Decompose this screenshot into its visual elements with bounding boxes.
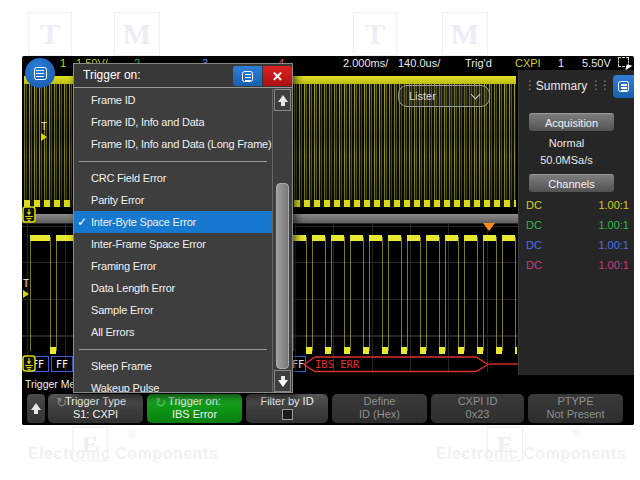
oscilloscope-screen: 1 1.50V/ 2 3 4 2.000ms/ 140.0us/ Trig'd … [22, 56, 634, 425]
softkey-trigger-on[interactable]: ↻ Trigger on:IBS Error [147, 394, 242, 423]
popup-menu-button[interactable] [233, 66, 262, 86]
channel-row-3: DC 1.00:1 [526, 239, 629, 253]
menu-item[interactable]: Sample Error [74, 299, 272, 321]
ch3-probe: 1.00:1 [598, 239, 629, 251]
menu-list-icon [618, 81, 629, 92]
lister-label: Lister [409, 90, 436, 102]
serial-trigger-icon-main [22, 206, 36, 223]
chevron-down-icon [471, 89, 481, 99]
menu-item[interactable]: Wakeup Pulse [74, 377, 272, 393]
ch3-coupling: DC [526, 239, 542, 251]
channel-row-1: DC 1.00:1 [526, 199, 629, 213]
watermark-tagline-left: Electronic Components [28, 445, 218, 463]
ch2-coupling: DC [526, 219, 542, 231]
trigger-level-marker-main[interactable]: T [41, 122, 47, 141]
softkey-define[interactable]: DefineID (Hex) [332, 394, 427, 423]
selection-cursor-icon [618, 57, 631, 69]
menu-item[interactable]: Frame ID, Info and Data (Long Frame) [74, 133, 272, 155]
scrollbar-thumb[interactable] [276, 183, 289, 369]
trigger-on-popup: Trigger on: ✕ Frame ID Frame ID, Info an… [73, 63, 293, 393]
decode-error-bracket: IBS ERR [303, 356, 490, 373]
trigger-source: 1 [558, 57, 564, 69]
watermark-tagline-right: Electronic Components [436, 445, 626, 463]
menu-item[interactable]: Frame ID [74, 89, 272, 111]
watermark-reg-2: ® [572, 428, 580, 440]
back-up-softkey[interactable] [27, 394, 45, 423]
filter-checkbox[interactable] [282, 409, 293, 420]
menu-item[interactable]: Parity Error [74, 189, 272, 211]
channels-button[interactable]: Channels [529, 174, 614, 192]
delay-value[interactable]: 140.0us/ [398, 57, 440, 69]
watermark-logo-t2: T [353, 12, 397, 56]
menu-items: Frame ID Frame ID, Info and Data Frame I… [74, 89, 272, 392]
timebase-value[interactable]: 2.000ms/ [343, 57, 388, 69]
summary-panel-title: Summary [519, 79, 604, 93]
zoom-pulses-right [293, 223, 517, 372]
trigger-status: Trig'd [465, 57, 492, 69]
ch4-probe: 1.00:1 [598, 259, 629, 271]
menu-item[interactable]: Sleep Frame [74, 355, 272, 377]
softkey-cxpi-id[interactable]: CXPI ID0x23 [431, 394, 524, 423]
channel-row-4: DC 1.00:1 [526, 259, 629, 273]
watermark-logo-t1: T [28, 12, 72, 56]
menu-item[interactable]: All Errors [74, 321, 272, 343]
menu-item-selected[interactable]: ✓Inter-Byte Space Error [74, 211, 272, 233]
watermark-logo-m1: M [114, 12, 160, 56]
softkey-trigger-type[interactable]: ↻ Trigger TypeS1: CXPI [48, 394, 143, 423]
ch1-coupling: DC [526, 199, 542, 211]
summary-menu-button[interactable] [613, 75, 634, 98]
ch4-coupling: DC [526, 259, 542, 271]
scroll-down-button[interactable] [274, 370, 291, 392]
trigger-level-marker-zoom[interactable]: T [23, 279, 29, 298]
channel-row-2: DC 1.00:1 [526, 219, 629, 233]
ch2-probe: 1.00:1 [598, 219, 629, 231]
svg-text:IBS ERR: IBS ERR [315, 358, 360, 370]
ch1-probe: 1.00:1 [598, 199, 629, 211]
watermark-logo-m2: M [442, 12, 488, 56]
menu-scrollbar[interactable] [272, 89, 292, 392]
channel1-number[interactable]: 1 [60, 57, 66, 69]
lister-button[interactable]: Lister [398, 85, 490, 107]
watermark-reg-1: ® [128, 428, 136, 440]
decode-error-tail [489, 363, 518, 365]
serial-bus-label: CXPI [515, 57, 541, 69]
scroll-up-button[interactable] [274, 89, 291, 111]
trigger-level-value: 5.50V [582, 57, 611, 69]
softkey-filter-by-id[interactable]: Filter by ID [246, 394, 328, 423]
summary-panel: ⋮⋮ ⋮⋮ Summary Acquisition Normal 50.0MSa… [518, 70, 634, 375]
sample-rate: 50.0MSa/s [519, 154, 614, 166]
menu-item[interactable]: Inter-Frame Space Error [74, 233, 272, 255]
cycle-icon: ↻ [155, 396, 166, 409]
menu-separator [74, 155, 272, 167]
decode-byte: FF [51, 356, 73, 372]
popup-close-button[interactable]: ✕ [263, 66, 292, 86]
serial-trigger-icon-zoom [22, 355, 36, 372]
menu-item[interactable]: CRC Field Error [74, 167, 272, 189]
softkey-ptype[interactable]: PTYPENot Present [528, 394, 623, 423]
menu-item[interactable]: Data Length Error [74, 277, 272, 299]
menu-list-icon [34, 67, 47, 80]
checkmark-icon: ✓ [77, 211, 87, 233]
menu-list-icon [242, 71, 253, 82]
menu-item[interactable]: Framing Error [74, 255, 272, 277]
trigger-time-marker[interactable] [483, 223, 495, 231]
acquisition-button[interactable]: Acquisition [529, 113, 614, 131]
cycle-icon: ↻ [56, 396, 67, 409]
acquisition-mode: Normal [519, 137, 614, 149]
menu-separator [74, 343, 272, 355]
menu-item[interactable]: Frame ID, Info and Data [74, 111, 272, 133]
touch-menu-button[interactable] [25, 58, 55, 88]
